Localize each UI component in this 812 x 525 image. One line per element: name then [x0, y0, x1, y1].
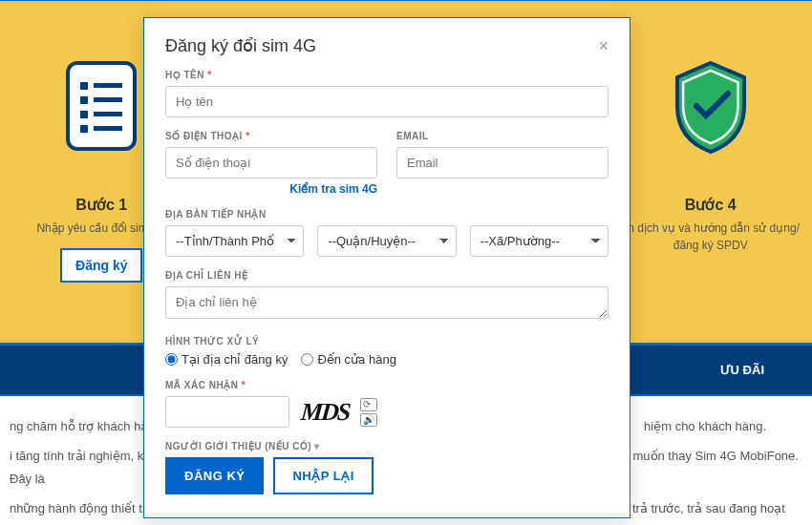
submit-button[interactable]: ĐĂNG KÝ [165, 457, 264, 494]
email-input[interactable] [396, 147, 609, 178]
captcha-image: MDS [300, 398, 351, 427]
check-sim-link[interactable]: Kiểm tra sim 4G [165, 182, 377, 196]
name-input[interactable] [165, 86, 609, 117]
captcha-audio-icon[interactable]: 🔊 [360, 413, 377, 427]
referrer-label: NGƯỜI GIỚI THIỆU (NẾU CÓ) ▾ [165, 441, 609, 452]
name-label: HỌ TÊN * [165, 70, 609, 80]
phone-input[interactable] [165, 147, 377, 178]
radio-at-store-input[interactable] [301, 353, 313, 366]
reset-button[interactable]: NHẬP LẠI [273, 457, 373, 494]
captcha-input[interactable] [165, 396, 289, 428]
modal-title: Đăng ký đổi sim 4G [165, 35, 316, 56]
address-label: ĐỊA CHỈ LIÊN HỆ [165, 270, 609, 281]
district-select[interactable]: --Quận/Huyện-- [317, 225, 456, 257]
phone-label: SỐ ĐIỆN THOẠI * [165, 131, 377, 141]
close-icon[interactable]: × [598, 36, 609, 56]
province-select[interactable]: --Tỉnh/Thành Phố [165, 225, 304, 257]
email-label: EMAIL [396, 131, 609, 141]
radio-at-store[interactable]: Đến cửa hàng [301, 352, 396, 367]
sim-registration-modal: Đăng ký đổi sim 4G × HỌ TÊN * SỐ ĐIỆN TH… [143, 17, 630, 518]
captcha-label: MÃ XÁC NHẬN * [165, 380, 609, 390]
method-label: HÌNH THỨC XỬ LÝ [165, 336, 609, 346]
area-label: ĐỊA BÀN TIẾP NHẬN [165, 209, 609, 220]
ward-select[interactable]: --Xã/Phường-- [470, 225, 609, 257]
address-input[interactable] [165, 286, 609, 319]
modal-overlay: Đăng ký đổi sim 4G × HỌ TÊN * SỐ ĐIỆN TH… [0, 0, 812, 525]
captcha-refresh-icon[interactable]: ⟳ [360, 398, 377, 411]
radio-at-address[interactable]: Tại địa chỉ đăng ký [165, 352, 288, 367]
radio-at-address-input[interactable] [165, 353, 178, 366]
